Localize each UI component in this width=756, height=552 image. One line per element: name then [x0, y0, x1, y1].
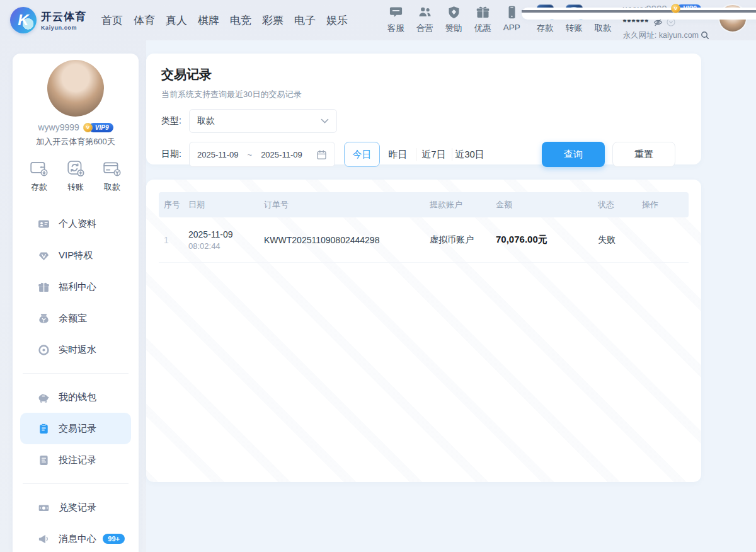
nav-item-live[interactable]: 真人 [166, 13, 187, 28]
sidebar-item-bets[interactable]: 投注记录 [13, 444, 139, 476]
customer-service-button[interactable]: 客服 [387, 4, 404, 34]
date-start: 2025-11-09 [197, 150, 239, 159]
type-select[interactable]: 取款 [189, 109, 337, 133]
filter-card: 交易记录 当前系统支持查询最近30日的交易记录 类型: 取款 日期: 2025-… [146, 54, 701, 164]
joined-days-text: 加入开云体育第600天 [13, 136, 139, 147]
date-filter-row: 日期: 2025-11-09 ~ 2025-11-09 今日 昨日 近7日 近3… [161, 142, 689, 167]
main-nav: 首页 体育 真人 棋牌 电竞 彩票 电子 娱乐 [101, 13, 348, 28]
brand-logo[interactable]: 开云体育 Kaiyun.com [10, 7, 86, 33]
card-withdraw-icon [102, 159, 122, 178]
profile-avatar[interactable] [47, 60, 104, 117]
search-icon[interactable] [701, 31, 709, 40]
sidebar-item-vip[interactable]: VIP特权 [13, 239, 139, 271]
sidebar-item-wallet[interactable]: 我的钱包 [13, 381, 139, 413]
range-today-button[interactable]: 今日 [344, 142, 380, 167]
col-amount: 金额 [496, 199, 598, 210]
nav-item-chess[interactable]: 棋牌 [198, 13, 219, 28]
col-account: 提款账户 [430, 199, 496, 210]
profile-card-icon [38, 218, 50, 230]
nav-item-sports[interactable]: 体育 [134, 13, 155, 28]
page: 开云体育 Kaiyun.com 首页 体育 真人 棋牌 电竞 彩票 电子 娱乐 … [0, 0, 756, 552]
col-status: 状态 [598, 199, 642, 210]
vip-medal-icon [83, 123, 93, 132]
nav-item-entertainment[interactable]: 娱乐 [326, 13, 348, 28]
header-withdraw-button[interactable]: 取款 [595, 4, 612, 34]
sidebar-item-rebate[interactable]: 实时返水 [13, 334, 139, 365]
vip-medal-icon [671, 4, 680, 13]
sidebar-item-transactions[interactable]: 交易记录 [20, 413, 131, 444]
sidebar-item-yuebao[interactable]: 余额宝 [13, 302, 139, 334]
date-end: 2025-11-09 [261, 150, 302, 159]
type-label: 类型: [161, 115, 189, 127]
calendar-icon [316, 149, 327, 160]
type-filter-row: 类型: 取款 [161, 109, 689, 133]
quick-range-group: 今日 昨日 近7日 近30日 [344, 142, 488, 167]
customer-service-icon [389, 4, 403, 20]
date-label: 日期: [161, 149, 189, 160]
nav-item-home[interactable]: 首页 [101, 13, 123, 28]
date-separator: ~ [248, 150, 253, 159]
col-date: 日期 [188, 199, 264, 210]
money-pouch-icon [38, 313, 50, 325]
sponsor-button[interactable]: 赞助 [445, 4, 462, 34]
kaiyun-logo-icon [10, 7, 37, 33]
sidebar-quick-actions: 存款 转账 取款 [13, 159, 139, 193]
top-header: 开云体育 Kaiyun.com 首页 体育 真人 棋牌 电竞 彩票 电子 娱乐 … [0, 0, 756, 40]
message-center-icon [38, 533, 50, 545]
quick-transfer-button[interactable]: 转账 [66, 159, 86, 193]
nav-item-slots[interactable]: 电子 [294, 13, 316, 28]
nav-item-lottery[interactable]: 彩票 [262, 13, 284, 28]
row-amount: 70,076.00元 [496, 234, 598, 246]
sponsor-icon [447, 4, 461, 20]
prize-record-icon [38, 502, 50, 514]
col-order-no: 订单号 [264, 199, 430, 210]
profile-vip-badge: VIP9 [83, 123, 113, 132]
query-button[interactable]: 查询 [542, 142, 605, 167]
sidebar-item-profile[interactable]: 个人资料 [13, 208, 139, 239]
row-order-no: KWWT202511090802444298 [264, 235, 430, 245]
partnership-button[interactable]: 合营 [416, 4, 433, 34]
results-table-card: 序号 日期 订单号 提款账户 金额 状态 操作 1 2025-11-09 08:… [146, 180, 701, 482]
nav-item-esports[interactable]: 电竞 [230, 13, 251, 28]
transfer-arrows-icon [66, 159, 86, 178]
row-account: 虚拟币账户 [430, 234, 496, 246]
reset-button[interactable]: 重置 [612, 142, 675, 167]
vip-diamond-icon [38, 250, 50, 262]
date-range-picker[interactable]: 2025-11-09 ~ 2025-11-09 [189, 142, 335, 167]
row-seq: 1 [159, 235, 188, 245]
welfare-gift-icon [38, 281, 50, 293]
rebate-target-icon [38, 344, 50, 356]
type-value: 取款 [197, 115, 321, 127]
page-subtitle: 当前系统支持查询最近30日的交易记录 [161, 89, 689, 100]
menu-divider [23, 373, 129, 374]
promo-button[interactable]: 优惠 [474, 4, 491, 34]
wallet-deposit-icon [29, 159, 49, 178]
quick-withdraw-button[interactable]: 取款 [102, 159, 122, 193]
range-yesterday-button[interactable]: 昨日 [380, 142, 416, 167]
app-icon [505, 4, 519, 20]
col-action: 操作 [642, 199, 689, 210]
table-row[interactable]: 1 2025-11-09 08:02:44 KWWT20251109080244… [159, 217, 689, 263]
row-datetime: 2025-11-09 08:02:44 [188, 229, 264, 251]
col-seq: 序号 [159, 199, 188, 210]
sidebar-item-messages[interactable]: 消息中心 99+ [13, 523, 139, 552]
chevron-down-icon [321, 118, 329, 124]
page-title: 交易记录 [161, 66, 689, 83]
app-download-button[interactable]: APP [503, 4, 520, 32]
row-status: 失败 [598, 234, 642, 246]
my-wallet-icon [38, 391, 50, 403]
partnership-icon [418, 4, 432, 20]
row-time: 08:02:44 [188, 241, 264, 251]
range-7days-button[interactable]: 近7日 [416, 142, 452, 167]
brand-name: 开云体育 [41, 9, 86, 24]
menu-divider [23, 483, 129, 484]
sidebar: wywy9999 VIP9 加入开云体育第600天 存款 [13, 54, 139, 552]
table-header-row: 序号 日期 订单号 提款账户 金额 状态 操作 [159, 192, 689, 217]
profile-username: wywy9999 [38, 122, 79, 132]
row-date: 2025-11-09 [188, 229, 264, 239]
quick-deposit-button[interactable]: 存款 [29, 159, 49, 193]
sidebar-item-welfare[interactable]: 福利中心 [13, 271, 139, 302]
sidebar-item-prizes[interactable]: 兑奖记录 [13, 492, 139, 523]
transaction-record-icon [38, 423, 50, 435]
range-30days-button[interactable]: 近30日 [452, 142, 488, 167]
